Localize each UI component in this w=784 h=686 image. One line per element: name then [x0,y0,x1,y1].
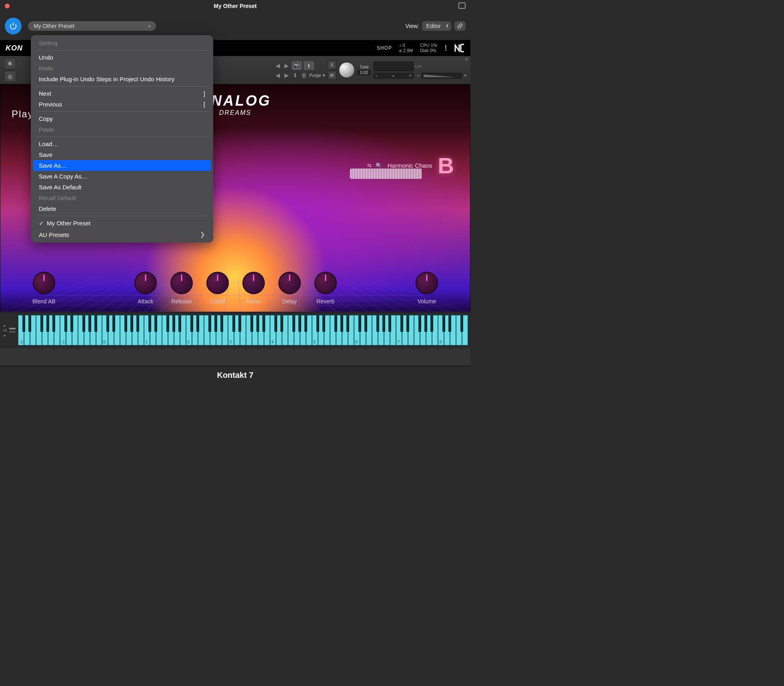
white-key[interactable]: -2 [18,315,24,345]
knob-dial[interactable] [206,272,229,294]
white-key[interactable] [36,315,42,345]
black-key[interactable] [316,315,320,332]
solo-button[interactable]: S [328,60,336,69]
black-key[interactable] [220,315,224,332]
volume-slider[interactable] [422,73,462,78]
knob-dial[interactable] [33,272,55,294]
knob-release[interactable]: Release [170,272,193,305]
black-key[interactable] [70,315,74,332]
black-key[interactable] [418,315,422,332]
virtual-keyboard[interactable]: -2-1012345678 [18,315,468,345]
snapshot-button[interactable]: ❄ [4,58,16,69]
black-key[interactable] [166,315,170,332]
black-key[interactable] [40,315,44,332]
mute-button[interactable]: M [328,71,336,80]
black-key[interactable] [262,315,266,332]
black-key[interactable] [256,315,260,332]
black-key[interactable] [94,315,98,332]
menu-au-presets[interactable]: AU Presets❯ [33,229,211,240]
menu-save-copy[interactable]: Save A Copy As… [33,171,211,182]
white-key[interactable] [204,315,210,345]
black-key[interactable] [250,315,254,332]
black-key[interactable] [130,315,134,332]
menu-save-as[interactable]: Save As… [33,160,211,171]
pan-slider[interactable]: L ▴ R [374,73,414,78]
menu-save[interactable]: Save [33,149,211,160]
slot-b-name[interactable]: Harmonic Chaos [388,162,432,169]
menu-undo[interactable]: Undo [33,52,211,63]
white-key[interactable]: 3 [228,315,234,345]
black-key[interactable] [334,315,338,332]
black-key[interactable] [406,315,410,332]
link-button[interactable] [454,21,466,31]
black-key[interactable] [88,315,92,332]
close-instrument-button[interactable]: ✕ [465,57,468,62]
white-key[interactable] [372,315,378,345]
knob-dial[interactable] [242,272,265,294]
black-key[interactable] [124,315,128,332]
view-mode-dropdown[interactable]: Editor ▴▾ [422,21,451,31]
alert-icon[interactable]: ! [444,43,447,53]
search-icon[interactable]: 🔍 [376,162,382,168]
black-key[interactable] [292,315,296,332]
white-key[interactable]: 5 [312,315,318,345]
black-key[interactable] [64,315,68,332]
black-key[interactable] [274,315,278,332]
black-key[interactable] [178,315,182,332]
volume-plus-button[interactable]: + [462,73,468,78]
black-key[interactable] [280,315,284,332]
volume-knob[interactable] [339,62,355,78]
knob-volume[interactable]: Volume [416,272,438,305]
black-key[interactable] [304,315,308,332]
white-key[interactable] [162,315,168,345]
white-key[interactable] [288,315,294,345]
trash-button[interactable]: 🗑 [300,72,308,79]
knob-reverb[interactable]: Reverb [314,272,337,305]
knob-dial[interactable] [314,272,337,294]
menu-save-default[interactable]: Save As Default [33,182,211,193]
black-key[interactable] [172,315,176,332]
black-key[interactable] [364,315,368,332]
knob-blend[interactable]: Blend AB [32,272,56,305]
white-key[interactable] [456,315,462,345]
black-key[interactable] [28,315,32,332]
black-key[interactable] [214,315,218,332]
black-key[interactable] [190,315,194,332]
slot-b-waveform[interactable] [350,168,422,179]
black-key[interactable] [388,315,392,332]
snapshot-camera-button[interactable]: 📷 [292,61,302,70]
white-key[interactable]: 4 [270,315,276,345]
preset-dropdown[interactable]: My Other Preset ▾ [28,21,156,31]
white-key[interactable] [78,315,84,345]
black-key[interactable] [82,315,86,332]
white-key[interactable]: 0 [102,315,108,345]
black-key[interactable] [448,315,452,332]
prev-button[interactable]: ◀ [274,62,281,69]
volume-minus-button[interactable]: − [415,73,421,78]
black-key[interactable] [340,315,344,332]
knob-dial[interactable] [170,272,193,294]
black-key[interactable] [400,315,404,332]
black-key[interactable] [52,315,56,332]
shop-link[interactable]: SHOP [377,45,392,51]
knob-cutoff[interactable]: Cutoff [206,272,229,305]
save-small-button[interactable]: ⬇ [292,72,299,79]
menu-current-preset[interactable]: ✓My Other Preset [33,218,211,229]
menu-load[interactable]: Load… [33,138,211,149]
black-key[interactable] [232,315,236,332]
target-button[interactable]: ◎ [4,71,16,82]
white-key[interactable]: 8 [438,315,444,345]
black-key[interactable] [442,315,446,332]
black-key[interactable] [376,315,380,332]
octave-up-button[interactable]: ▴ [4,323,6,327]
menu-previous[interactable]: Previous[ [33,99,211,110]
knob-delay[interactable]: Delay [278,272,301,305]
prev-small-button[interactable]: ◀ [274,72,281,79]
knob-noise[interactable]: Noise [242,272,265,305]
black-key[interactable] [424,315,428,332]
power-button[interactable] [5,18,22,34]
next-small-button[interactable]: ▶ [283,72,290,79]
white-key[interactable] [246,315,252,345]
black-key[interactable] [322,315,326,332]
slot-prev-next-icon[interactable]: ⇆ [367,162,372,168]
